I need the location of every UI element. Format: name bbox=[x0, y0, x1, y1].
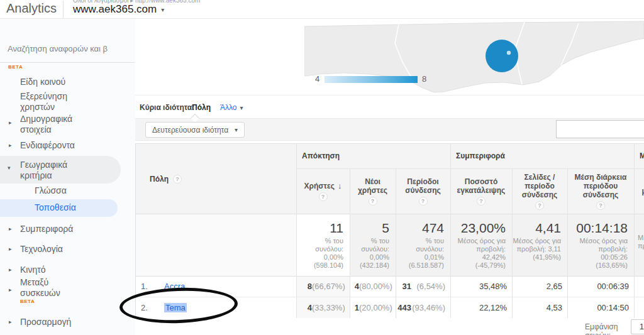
city-header-label: Πόλη bbox=[150, 175, 169, 184]
totals-sessions-sub: % του συνόλου: 0,01% (6.518.587) bbox=[402, 237, 444, 270]
users-label: Χρήστες bbox=[304, 182, 335, 190]
help-icon[interactable]: ? bbox=[173, 175, 182, 184]
totals-users-sub: % του συνόλου: 0,00% (598.104) bbox=[304, 237, 343, 270]
totals-new-users: 5 % του συνόλου: 0,00% (432.184) bbox=[350, 214, 396, 276]
totals-new-users-value: 5 bbox=[382, 221, 389, 236]
sidebar-divider bbox=[0, 62, 135, 63]
secondary-dimension-label: Δευτερεύουσα ιδιότητα bbox=[152, 126, 228, 135]
cell-pct: (6,54%) bbox=[411, 282, 445, 291]
primary-dimension-label: Κύρια ιδιότητα: bbox=[140, 103, 194, 112]
column-header-conversions[interactable]: Ρυθμός μετατροπής στόχου bbox=[634, 168, 644, 214]
cell-value: 00:06:39 bbox=[597, 282, 629, 291]
sort-desc-icon[interactable]: ↓ bbox=[338, 181, 342, 190]
column-header-city[interactable]: Πόλη ? bbox=[136, 144, 296, 214]
rows-per-page-select[interactable]: 10 bbox=[631, 319, 644, 334]
column-header-users[interactable]: Χρήστες↓ ? bbox=[296, 168, 350, 214]
search-reports-input[interactable] bbox=[8, 41, 130, 55]
totals-sessions-value: 474 bbox=[422, 221, 444, 236]
help-icon[interactable]: ? bbox=[419, 197, 428, 206]
help-icon[interactable]: ? bbox=[535, 201, 544, 210]
expand-arrow-icon[interactable]: ▸ bbox=[9, 142, 12, 148]
expand-arrow-icon[interactable]: ▸ bbox=[9, 119, 12, 126]
totals-bounce-value: 23,00% bbox=[461, 221, 506, 236]
property-name: www.aek365.com bbox=[73, 3, 157, 16]
totals-duration-value: 00:14:18 bbox=[576, 221, 628, 236]
cell-duration: 00:06:39 bbox=[567, 276, 634, 297]
sidebar-item-interests[interactable]: Ενδιαφέροντα bbox=[20, 140, 75, 151]
grid-line bbox=[567, 168, 568, 318]
geo-map[interactable] bbox=[304, 19, 644, 96]
cell-sessions: 443 (93,46%) bbox=[396, 297, 450, 318]
group-header-acquisition: Απόκτηση bbox=[296, 144, 450, 168]
sidebar-item-behavior[interactable]: Συμπεριφορά bbox=[20, 224, 73, 234]
new-users-label: Νέοι χρήστες bbox=[352, 177, 394, 195]
help-icon[interactable]: ? bbox=[319, 192, 328, 201]
grid-line bbox=[512, 168, 513, 318]
primary-dimension-other[interactable]: Άλλο ▾ bbox=[220, 103, 243, 112]
help-icon[interactable]: ? bbox=[477, 197, 486, 206]
expand-arrow-icon[interactable]: ▸ bbox=[9, 226, 12, 232]
sidebar-item-customization[interactable]: Προσαρμογή bbox=[20, 317, 71, 327]
grid-line bbox=[350, 168, 350, 318]
totals-city-cell bbox=[136, 214, 296, 276]
expand-arrow-icon[interactable]: ▸ bbox=[9, 266, 12, 273]
grid-line bbox=[296, 144, 297, 318]
cell-bounce: 35,48% bbox=[450, 276, 512, 297]
sidebar-nav: ΒΕΤΑ Είδη κοινού Εξερεύνηση χρηστών ▸ Δη… bbox=[0, 19, 135, 335]
sessions-label: Περίοδοι σύνδεσης bbox=[397, 177, 448, 195]
sidebar-item-location[interactable]: Τοποθεσία bbox=[35, 202, 76, 213]
cell-value: 2,65 bbox=[547, 282, 562, 291]
table-search-input[interactable] bbox=[556, 120, 644, 138]
sidebar-item-audience[interactable]: Είδη κοινού bbox=[20, 77, 65, 87]
topbar-divider bbox=[63, 1, 64, 18]
expand-arrow-icon[interactable]: ▸ bbox=[9, 287, 12, 293]
totals-duration: 00:14:18 Μέσος όρος για προβολή: 00:05:2… bbox=[567, 214, 634, 276]
sidebar-item-language[interactable]: Γλώσσα bbox=[35, 185, 67, 196]
section-divider bbox=[135, 95, 644, 96]
city-bubble[interactable] bbox=[486, 40, 518, 72]
column-header-sessions[interactable]: Περίοδοι σύνδεσης ? bbox=[396, 168, 450, 214]
chevron-down-icon: ▾ bbox=[161, 6, 164, 13]
beta-badge: ΒΕΤΑ bbox=[20, 299, 35, 304]
legend-max: 8 bbox=[422, 74, 426, 84]
sidebar-item-geo[interactable]: Γεωγραφικά κριτήρια bbox=[20, 160, 89, 181]
help-icon[interactable]: ? bbox=[596, 201, 605, 210]
cell-value: 443 bbox=[397, 303, 411, 312]
collapse-arrow-icon[interactable]: ▾ bbox=[8, 165, 11, 171]
grid-line bbox=[396, 168, 396, 318]
totals-pages-value: 4,41 bbox=[535, 221, 561, 236]
cell-duration: 00:14:50 bbox=[567, 297, 634, 318]
city-bubble-small[interactable] bbox=[507, 51, 511, 55]
property-selector[interactable]: www.aek365.com ▾ bbox=[73, 3, 164, 16]
column-header-bounce[interactable]: Ποσοστό εγκατάλειψης ? bbox=[450, 168, 512, 214]
cell-pct: (20,00%) bbox=[359, 303, 391, 312]
grid-line bbox=[634, 144, 635, 318]
sidebar-item-user-explorer[interactable]: Εξερεύνηση χρηστών bbox=[20, 91, 102, 113]
sidebar-item-technology[interactable]: Τεχνολογία bbox=[20, 244, 63, 255]
column-header-new-users[interactable]: Νέοι χρήστες ? bbox=[350, 168, 396, 214]
column-header-duration[interactable]: Μέση διάρκεια περιόδου σύνδεσης ? bbox=[567, 168, 634, 214]
totals-users: 11 % του συνόλου: 0,00% (598.104) bbox=[296, 214, 350, 276]
grid-line bbox=[296, 168, 644, 169]
help-icon[interactable]: ? bbox=[369, 197, 377, 206]
cell-new-users: 4 (80,00%) bbox=[350, 276, 396, 297]
expand-arrow-icon[interactable]: ▸ bbox=[9, 246, 12, 252]
sidebar-item-mobile[interactable]: Κινητό bbox=[20, 265, 46, 275]
cell-pct: (66,67%) bbox=[312, 282, 345, 291]
legend-gradient-bar bbox=[325, 76, 418, 83]
chevron-down-icon: ▾ bbox=[240, 104, 243, 111]
bounce-label: Ποσοστό εγκατάλειψης bbox=[452, 177, 510, 195]
expand-arrow-icon[interactable]: ▸ bbox=[9, 319, 12, 325]
sidebar-item-cross-device[interactable]: Μεταξύ συσκευών bbox=[20, 277, 77, 299]
analytics-logo[interactable]: Analytics bbox=[6, 1, 57, 16]
top-bar: Όλοι οι λογαριασμοί ▸ http://www.aek365.… bbox=[0, 0, 644, 19]
analytics-app: Όλοι οι λογαριασμοί ▸ http://www.aek365.… bbox=[0, 0, 644, 335]
primary-dimension-city[interactable]: Πόλη bbox=[192, 103, 211, 112]
grid-line bbox=[450, 144, 451, 318]
secondary-dimension-button[interactable]: Δευτερεύουσα ιδιότητα ▾ bbox=[145, 122, 245, 138]
pages-label: Σελίδες / περίοδο σύνδεσης bbox=[514, 173, 565, 199]
column-header-pages[interactable]: Σελίδες / περίοδο σύνδεσης ? bbox=[512, 168, 567, 214]
cell-bounce: 22,12% bbox=[450, 297, 512, 318]
cell-sessions: 31 (6,54%) bbox=[396, 276, 450, 297]
sidebar-item-demographics[interactable]: Δημογραφικά στοιχεία bbox=[20, 114, 102, 135]
